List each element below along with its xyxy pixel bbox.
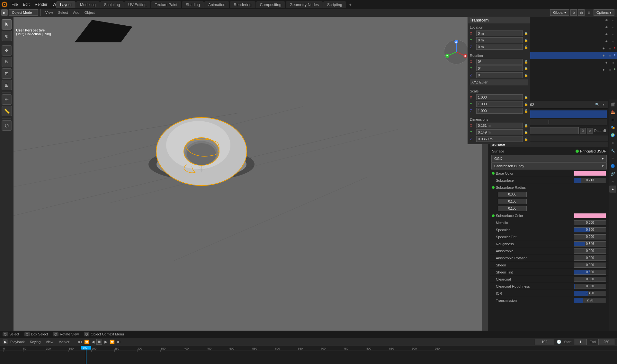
prop-tab-modifier[interactable]: 🔧 [609,147,616,154]
anisotropic-input[interactable]: 0.000 [574,248,606,254]
tab-scripting[interactable]: Scripting [323,1,346,8]
prop-tab-object[interactable]: ○ [609,139,616,146]
play-fwd-btn[interactable]: ▶ [103,339,109,345]
current-frame-input[interactable]: 192 [535,339,554,345]
plane-eye-icon[interactable]: 👁 [601,67,606,72]
sheen-input[interactable]: 0.000 [574,263,606,268]
prop-tab-scene[interactable]: 🎭 [609,124,616,131]
jump-start-btn[interactable]: ⏮ [77,339,83,345]
sheen-tint-input[interactable]: 0.500 [574,270,606,275]
icing-render-icon[interactable]: ○ [607,53,613,58]
subsurface-color-swatch[interactable] [574,213,606,218]
prop-tab-physics[interactable]: 🔵 [609,162,616,169]
rotation-y-input[interactable]: 0° [476,65,523,71]
ggx-dropdown[interactable]: GGX ▾ [491,155,607,162]
add-workspace-button[interactable]: + [347,1,354,8]
plane-render-icon[interactable]: ○ [607,67,613,72]
tab-modeling[interactable]: Modeling [76,1,100,8]
snap-icon[interactable]: ⊙ [570,9,577,16]
global-selector[interactable]: Global ▾ [550,9,569,16]
lock-dy-btn[interactable]: 🔒 [524,131,528,134]
donut-eye-icon[interactable]: 👁 [604,39,609,44]
move-tool-btn[interactable]: ✥ [2,45,12,56]
cam-eye-icon[interactable]: 👁 [604,32,609,37]
lock-sz-btn[interactable]: 🔒 [524,109,528,113]
tab-rendering[interactable]: Rendering [230,1,255,8]
icing-eye-icon[interactable]: 👁 [601,53,606,58]
tab-geometry-nodes[interactable]: Geometry Nodes [286,1,323,8]
anisotropic-rotation-input[interactable]: 0.000 [574,256,606,261]
menu-edit[interactable]: Edit [20,0,32,9]
specular-tint-input[interactable]: 0.000 [574,234,606,239]
lock-x-btn[interactable]: 🔒 [524,32,528,35]
material-lock-icon[interactable] [603,129,607,133]
view-eye-icon[interactable]: 👁 [604,18,609,23]
annotate-btn[interactable]: ✏ [2,94,12,105]
object-mode-selector[interactable]: Object Mode [9,9,38,16]
dim-z-input[interactable]: 0.0369 m [476,136,523,142]
scale-tool-btn[interactable]: ⊡ [2,68,12,79]
sub-radius-y[interactable]: 0.150 [498,199,527,204]
end-frame-input[interactable]: 250 [598,339,614,345]
torus-eye-icon[interactable]: 👁 [601,46,606,51]
dim-y-input[interactable]: 0.149 m [476,129,523,135]
lock-dx-btn[interactable]: 🔒 [524,124,528,127]
sub-radius-x[interactable]: 0.300 [498,192,527,197]
donut-render-icon[interactable]: ○ [611,39,616,44]
start-frame-input[interactable]: 1 [574,339,587,345]
roughness-input[interactable]: 0.346 [574,241,606,247]
play-pause-btn[interactable]: ⏹ [96,339,102,345]
rotation-z-input[interactable]: 0° [476,72,523,78]
dim-x-input[interactable]: 0.151 m [476,123,523,128]
location-z-input[interactable]: 0 m [476,44,523,50]
tab-layout[interactable]: Layout [56,1,76,8]
play-back-btn[interactable]: ◀ [90,339,96,345]
lock-y-btn[interactable]: 🔒 [524,39,528,42]
menu-render[interactable]: Render [32,0,50,9]
tab-texture-paint[interactable]: Texture Paint [151,1,181,8]
lock-sy-btn[interactable]: 🔒 [524,102,528,106]
select-tool-btn[interactable] [2,19,12,30]
scale-x-input[interactable]: 1.000 [476,94,523,100]
add-primitive-btn[interactable]: ⬡ [2,120,12,131]
lock-ry-btn[interactable]: 🔒 [524,67,528,70]
viewport[interactable]: Z X Y ⊞ User [13,17,482,347]
scale-z-input[interactable]: 1.000 [476,108,523,114]
light-eye-icon[interactable]: 👁 [604,60,609,65]
rotate-tool-btn[interactable]: ↻ [2,57,12,67]
view-menu[interactable]: View [43,9,55,16]
lock-sx-btn[interactable]: 🔒 [524,96,528,99]
proportional-icon[interactable]: ◎ [578,9,585,16]
col-exclude-icon[interactable]: ○ [611,25,616,30]
tab-sculpting[interactable]: Sculpting [100,1,124,8]
location-x-input[interactable]: 0 m [476,30,523,36]
transform-title[interactable]: Transform [468,17,530,23]
location-y-input[interactable]: 0 m [476,37,523,43]
sub-radius-z[interactable]: 0.150 [498,206,527,211]
prop-tab-material[interactable]: ● [609,186,616,193]
step-fwd-btn[interactable]: ⏩ [109,339,115,345]
torus-render-icon[interactable]: ○ [607,46,613,51]
jump-end-btn[interactable]: ⏭ [116,339,121,345]
prop-tab-render[interactable]: 🎬 [609,101,616,108]
prop-tab-view-layer[interactable]: ⊞ [609,116,616,123]
material-delete-btn[interactable]: ✕ [587,128,593,134]
subsurface-input[interactable]: 0.213 [574,178,606,183]
timeline-mode-btn[interactable]: ▶ [3,339,8,344]
clearcoat-input[interactable]: 0.000 [574,277,606,282]
metallic-input[interactable]: 0.000 [574,220,606,225]
object-menu[interactable]: Object [83,9,97,16]
tab-uv-editing[interactable]: UV Editing [124,1,150,8]
prop-tab-data[interactable]: △ [609,178,616,185]
lock-rz-btn[interactable]: 🔒 [524,74,528,77]
scale-y-input[interactable]: 1.000 [476,101,523,107]
overlay-icon[interactable]: ⊞ [586,9,592,16]
prop-tab-world[interactable]: 🌍 [609,132,616,139]
rotation-x-input[interactable]: 0° [476,59,523,65]
ior-input[interactable]: 1.450 [574,291,606,296]
tab-shading[interactable]: Shading [182,1,204,8]
specular-input[interactable]: 0.500 [574,227,606,232]
transform-tool-btn[interactable]: ⊞ [2,80,12,90]
lock-dz-btn[interactable]: 🔒 [524,137,528,141]
mode-icon[interactable]: ▶ [1,9,8,16]
